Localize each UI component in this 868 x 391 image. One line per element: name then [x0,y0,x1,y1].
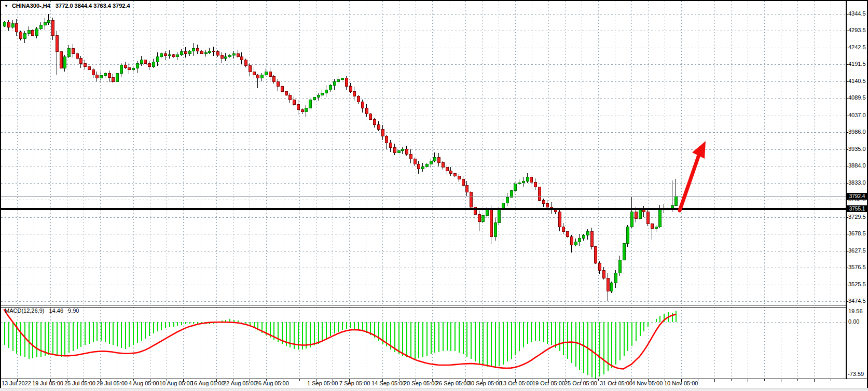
up-arrow-shaft[interactable] [680,155,699,211]
bull-candle-body [610,283,613,291]
bear-candle-body [56,35,58,52]
bull-candle-body [626,227,629,243]
bear-candle-body [594,247,597,263]
bull-candle-body [305,108,307,112]
price-axis-label: 4293.5 [848,27,866,33]
bull-candle-body [401,149,404,151]
bear-candle-body [562,227,564,232]
bear-candle-body [474,207,476,214]
bear-candle-body [281,87,283,92]
bull-candle-body [430,161,432,164]
bull-candle-body [168,54,171,56]
time-axis-label: 10 Aug 05:00 [159,380,193,386]
time-axis-label: 4 Aug 05:00 [129,380,159,386]
bull-candle-body [421,167,424,169]
time-axis-label: 30 Sep 05:00 [468,380,502,386]
bear-candle-body [15,24,18,32]
bear-candle-body [651,224,653,229]
price-axis-label: 3627.5 [848,247,866,254]
bear-candle-body [462,179,464,186]
bear-candle-body [345,78,348,87]
price-axis-label: 3678.5 [848,230,866,236]
bear-candle-body [409,154,412,159]
bull-candle-body [156,57,159,62]
bear-candle-body [373,119,376,124]
bull-candle-body [23,34,26,39]
bull-candle-body [63,57,66,68]
price-axis-label: 3884.0 [848,162,866,169]
bull-candle-body [658,208,661,227]
bull-candle-body [39,25,42,29]
bear-candle-body [365,108,368,114]
bull-candle-body [614,273,617,283]
bull-candle-body [526,177,529,181]
bear-candle-body [385,136,388,143]
bull-candle-body [578,239,581,242]
price-axis-label: 4191.5 [848,61,866,67]
bull-candle-body [522,181,525,183]
bear-candle-body [381,130,384,136]
bull-candle-body [623,243,625,260]
bear-candle-body [414,159,416,164]
bear-candle-body [172,54,175,57]
time-axis-label: 13 Jul 2022 [2,380,31,386]
bear-candle-body [297,105,299,110]
bear-candle-body [570,237,573,245]
time-axis-label: 19 Jul 05:00 [32,380,63,386]
bull-candle-body [671,206,673,208]
bear-candle-body [301,109,304,111]
macd-scale-zero: 0.00 [848,318,859,325]
bear-candle-body [72,49,74,54]
bull-candle-body [514,184,516,191]
bull-candle-body [208,51,211,53]
bull-candle-body [232,53,235,55]
price-axis-label: 4037.0 [848,112,866,118]
bull-candle-body [192,49,195,51]
bull-candle-body [152,62,155,67]
bull-candle-body [11,24,14,27]
bull-candle-body [120,65,122,73]
bear-candle-body [490,208,492,236]
bear-candle-body [389,143,392,148]
bear-candle-body [353,91,355,96]
bear-candle-body [237,53,239,57]
bear-candle-body [393,148,396,153]
window-bottom-strip [0,388,868,391]
bear-candle-body [164,53,167,55]
price-axis-label: 3729.5 [848,214,866,220]
bear-candle-body [349,87,352,92]
bear-candle-body [534,182,536,187]
bear-candle-body [377,124,380,130]
price-axis-label: 3935.0 [848,146,866,152]
bear-candle-body [244,60,247,66]
bull-candle-body [27,31,30,34]
bull-candle-body [574,242,577,245]
bear-candle-body [148,63,150,66]
bull-candle-body [341,78,343,80]
time-axis-label: 22 Aug 05:00 [223,380,257,386]
bear-candle-body [7,22,10,27]
bear-candle-body [19,32,22,39]
bear-candle-body [449,171,452,173]
price-axis-label: 4242.5 [848,44,866,50]
chart-canvas[interactable] [0,0,868,391]
bear-candle-body [453,173,456,176]
price-axis-label: 4140.5 [848,78,866,84]
bear-candle-body [538,187,541,200]
bear-candle-body [216,52,219,55]
bull-candle-body [47,20,50,22]
time-axis-label: 16 Aug 05:00 [191,380,225,386]
bear-candle-body [272,77,275,82]
bear-candle-body [530,177,532,183]
bear-candle-body [405,149,408,155]
bull-candle-body [35,29,38,35]
bear-candle-body [442,162,444,167]
bull-candle-body [618,260,621,273]
bear-candle-body [458,176,460,179]
candles [3,14,677,301]
bear-candle-body [124,65,127,67]
bull-candle-body [630,212,633,227]
current-price-badge: 3792.4 [846,193,868,200]
symbol-dropdown-icon[interactable]: ▼ [4,4,8,8]
bull-candle-body [329,86,332,90]
